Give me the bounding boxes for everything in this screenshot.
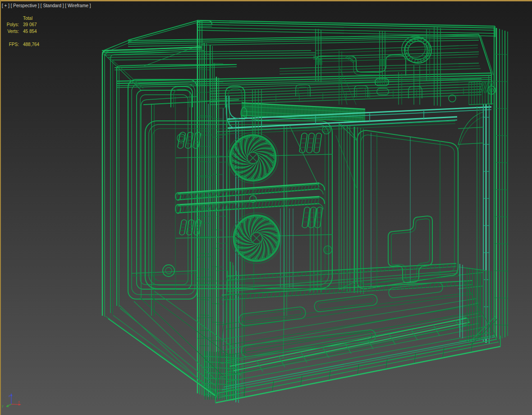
svg-text:y: y [2,404,4,408]
svg-text:z: z [9,394,10,398]
svg-text:x: x [18,400,20,404]
